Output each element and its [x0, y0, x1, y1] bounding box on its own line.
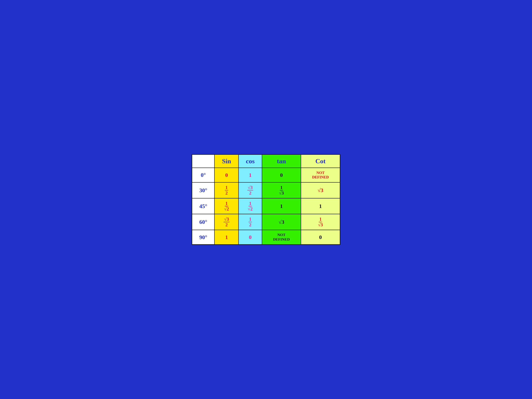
cot-header-label: Cot [316, 158, 326, 165]
angle-30-label: 30° [199, 187, 207, 193]
page-wrapper: Sin cos tan Cot 0° 0 [186, 148, 346, 251]
tan-90: NotDefined [262, 230, 301, 245]
header-sin-cell: Sin [215, 154, 239, 168]
sin-60: √3 2 [215, 214, 239, 230]
tan-45-value: 1 [280, 203, 283, 209]
cot-30: √3 [301, 183, 340, 198]
angle-30: 30° [192, 183, 215, 198]
angle-0: 0° [192, 168, 215, 182]
angle-0-label: 0° [201, 172, 206, 178]
cos-30-value: √3 2 [247, 187, 253, 193]
header-cos-cell: cos [239, 154, 262, 168]
header-tan-cell: tan [262, 154, 301, 168]
cos-30: √3 2 [239, 183, 262, 198]
header-empty-cell [192, 154, 215, 168]
tan-0-value: 0 [280, 172, 283, 178]
cos-0: 1 [239, 168, 262, 182]
tan-60: √3 [262, 214, 301, 230]
cot-30-value: √3 [318, 187, 323, 193]
header-cot-cell: Cot [301, 154, 340, 168]
trig-table: Sin cos tan Cot 0° 0 [192, 154, 340, 245]
sin-45-value: 1 √2 [224, 203, 229, 209]
cos-header-label: cos [246, 158, 255, 165]
sin-30-value: 1 2 [225, 187, 228, 193]
cot-90: 0 [301, 230, 340, 245]
angle-60: 60° [192, 214, 215, 230]
angle-60-label: 60° [199, 219, 207, 225]
angle-90-label: 90° [199, 234, 207, 240]
angle-45-label: 45° [199, 203, 207, 209]
sin-30: 1 2 [215, 183, 239, 198]
cos-60: 1 2 [239, 214, 262, 230]
sin-90: 1 [215, 230, 239, 245]
tan-0: 0 [262, 168, 301, 182]
cot-0: NotDefined [301, 168, 340, 182]
sin-0: 0 [215, 168, 239, 182]
cos-60-value: 1 2 [248, 218, 252, 224]
sin-0-value: 0 [225, 172, 228, 178]
cos-90: 0 [239, 230, 262, 245]
cos-45: 1 √2 [239, 198, 262, 214]
row-45deg: 45° 1 √2 1 √2 [192, 198, 340, 214]
row-30deg: 30° 1 2 √3 2 [192, 183, 340, 198]
tan-90-value: NotDefined [273, 233, 290, 241]
cot-90-value: 0 [319, 234, 322, 240]
sin-header-label: Sin [222, 158, 231, 165]
cos-90-value: 0 [249, 234, 252, 240]
tan-45: 1 [262, 198, 301, 214]
sin-45: 1 √2 [215, 198, 239, 214]
cot-0-value: NotDefined [312, 171, 329, 179]
row-90deg: 90° 1 0 NotDefined 0 [192, 230, 340, 245]
cot-60-value: 1 √3 [317, 218, 323, 224]
tan-30: 1 √3 [262, 183, 301, 198]
row-0deg: 0° 0 1 0 NotDefined [192, 168, 340, 182]
sin-60-value: √3 2 [224, 218, 229, 224]
cot-60: 1 √3 [301, 214, 340, 230]
cot-45-value: 1 [319, 203, 322, 209]
sin-90-value: 1 [225, 234, 228, 240]
tan-30-value: 1 √3 [279, 187, 284, 193]
angle-45: 45° [192, 198, 215, 214]
cos-0-value: 1 [249, 172, 252, 178]
row-60deg: 60° √3 2 1 2 [192, 214, 340, 230]
cos-45-value: 1 √2 [247, 203, 253, 209]
cot-45: 1 [301, 198, 340, 214]
angle-90: 90° [192, 230, 215, 245]
tan-header-label: tan [277, 158, 286, 165]
tan-60-value: √3 [279, 219, 284, 225]
